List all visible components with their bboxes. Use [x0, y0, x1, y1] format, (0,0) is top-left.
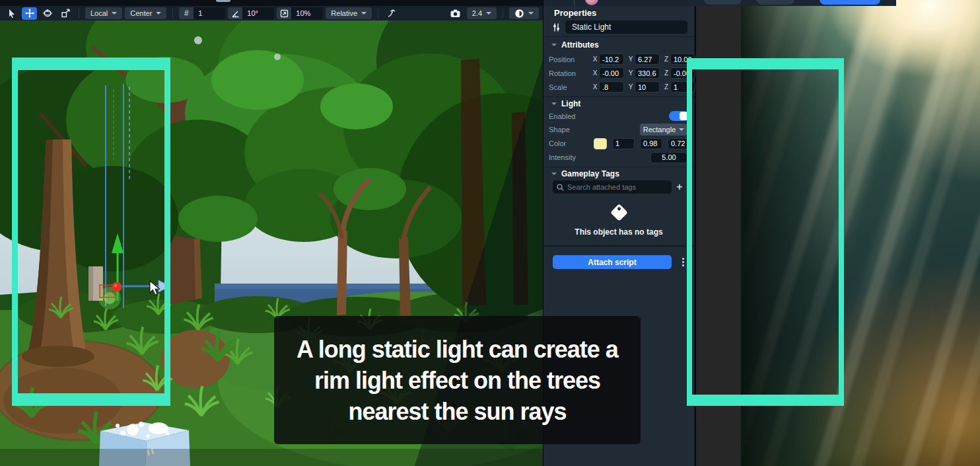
top-bar-clipped — [543, 0, 896, 6]
color-row: Color — [543, 137, 694, 149]
render-mode-dropdown[interactable] — [509, 7, 539, 19]
section-title: Light — [561, 99, 580, 108]
scale-tool-button[interactable] — [57, 7, 73, 20]
transform-mode-dropdown[interactable]: Relative — [326, 7, 372, 19]
divider — [543, 97, 694, 97]
camera-speed-dropdown[interactable]: 2.4 — [467, 7, 497, 19]
position-row: Position X Y Z — [543, 53, 694, 65]
attributes-section-header: Attributes — [543, 40, 694, 50]
divider — [574, 0, 575, 5]
position-x-input[interactable] — [599, 54, 624, 65]
enabled-row: Enabled — [543, 110, 694, 122]
object-name-field[interactable]: Static Light — [565, 20, 687, 34]
axis-z-label: Z — [664, 83, 669, 91]
scale-row: Scale X Y Z — [543, 81, 694, 93]
tutorial-caption: A long static light can create a rim lig… — [274, 316, 641, 444]
grid-snap-icon[interactable]: # — [179, 7, 193, 19]
move-tool-button[interactable] — [22, 7, 37, 20]
tab-handle — [216, 0, 230, 2]
rotate-icon — [43, 9, 52, 18]
scale-y-input[interactable] — [635, 81, 660, 93]
caption-line: A long static light can create a — [297, 334, 618, 365]
scale-snap-group — [277, 7, 323, 19]
editor-window: Local Center # — [0, 0, 980, 466]
rotate-tool-button[interactable] — [40, 7, 55, 20]
top-bar-button[interactable] — [757, 0, 794, 5]
divider — [503, 9, 503, 18]
chevron-down-icon — [528, 12, 534, 15]
top-bar-button[interactable] — [704, 0, 742, 5]
grid-snap-input[interactable] — [193, 7, 225, 19]
pivot-dropdown[interactable]: Center — [125, 7, 166, 19]
add-tag-button[interactable]: + — [674, 182, 685, 192]
attach-script-button[interactable]: Attach script — [553, 255, 672, 269]
color-controls — [594, 138, 690, 149]
divider — [543, 245, 694, 247]
cursor-icon — [7, 9, 17, 19]
scale-icon — [61, 9, 70, 18]
tag-search-input[interactable] — [567, 183, 668, 191]
shape-label: Shape — [549, 126, 570, 134]
spline-tool-button[interactable] — [384, 7, 400, 20]
angle-snap-icon[interactable] — [228, 7, 242, 19]
chevron-down-icon — [679, 128, 684, 131]
color-g-input[interactable] — [640, 138, 662, 149]
rotation-x-input[interactable] — [599, 67, 624, 79]
object-header-row: Static Light — [543, 20, 694, 34]
transform-mode-value: Relative — [331, 9, 357, 17]
render-mode-icon — [514, 9, 524, 19]
chevron-down-icon[interactable] — [551, 173, 557, 175]
chevron-down-icon — [361, 12, 367, 15]
scale-x-input[interactable] — [599, 81, 624, 93]
scale-snap-input[interactable] — [291, 7, 323, 19]
position-y-input[interactable] — [635, 54, 660, 65]
chevron-down-icon — [156, 12, 161, 15]
viewport-toolbar: Local Center # — [0, 6, 543, 20]
axis-x-label: X — [592, 69, 598, 77]
chevron-down-icon[interactable] — [551, 102, 557, 105]
highlight-rectangle-left — [12, 58, 170, 406]
grid-snap-group: # — [179, 7, 225, 19]
intensity-input[interactable] — [650, 152, 687, 163]
color-label: Color — [549, 139, 592, 147]
axis-y-label: Y — [628, 83, 633, 91]
shape-dropdown[interactable]: Rectangle — [640, 124, 687, 136]
select-tool-button[interactable] — [4, 7, 19, 20]
chevron-down-icon — [112, 12, 117, 15]
scale-snap-icon[interactable] — [277, 7, 291, 19]
angle-icon — [231, 9, 240, 18]
enabled-toggle[interactable] — [669, 111, 689, 121]
divider — [172, 9, 173, 18]
divider — [378, 9, 378, 18]
color-swatch[interactable] — [594, 138, 607, 149]
gameplay-tags-section-header: Gameplay Tags — [543, 169, 694, 178]
coordinate-space-dropdown[interactable]: Local — [85, 7, 122, 19]
divider — [543, 36, 694, 37]
object-type-icon — [551, 22, 561, 32]
axis-x-label: X — [592, 83, 598, 91]
intensity-label: Intensity — [549, 153, 576, 161]
primary-action-button[interactable] — [820, 0, 880, 5]
color-r-input[interactable] — [612, 138, 635, 149]
no-tags-message: This object has no tags — [543, 227, 694, 237]
section-title: Gameplay Tags — [561, 169, 619, 178]
shape-value: Rectangle — [643, 126, 676, 134]
tag-search-box — [553, 180, 672, 194]
divider — [543, 167, 694, 167]
chevron-down-icon[interactable] — [551, 44, 557, 46]
axis-y-label: Y — [628, 69, 633, 77]
chevron-down-icon — [486, 12, 491, 15]
caption-line: rim light effect on the trees — [314, 365, 600, 396]
section-title: Attributes — [561, 40, 599, 50]
rotation-y-input[interactable] — [635, 67, 660, 79]
resize-icon — [280, 9, 289, 18]
search-icon — [557, 184, 564, 191]
rotation-snap-input[interactable] — [242, 7, 274, 19]
enabled-label: Enabled — [549, 112, 575, 120]
curve-tool-icon — [387, 9, 397, 18]
axis-z-label: Z — [664, 56, 669, 63]
panel-title: Properties — [554, 8, 596, 18]
user-avatar[interactable] — [585, 0, 598, 5]
script-options-kebab-icon[interactable] — [678, 258, 687, 266]
move-icon — [25, 9, 34, 18]
